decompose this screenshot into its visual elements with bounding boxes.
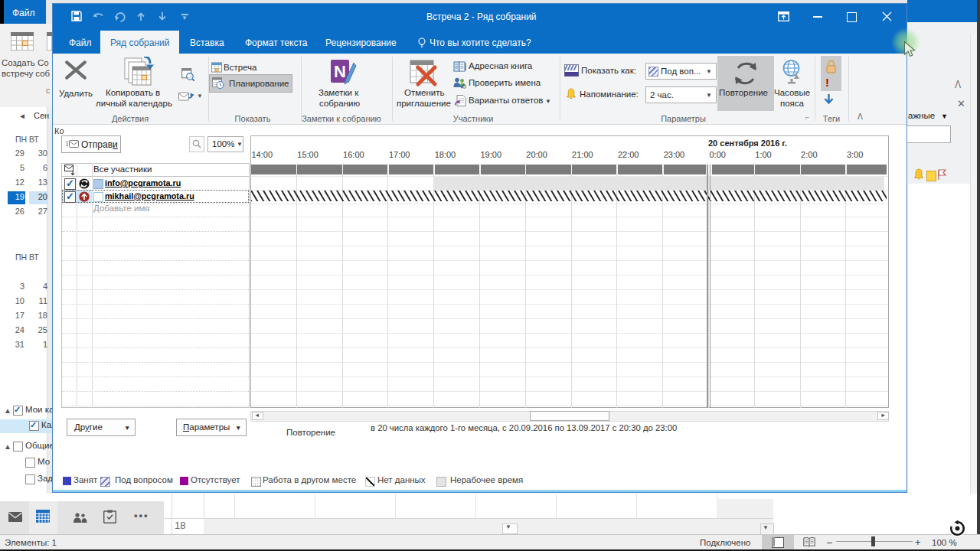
svg-text:N: N <box>334 62 346 81</box>
